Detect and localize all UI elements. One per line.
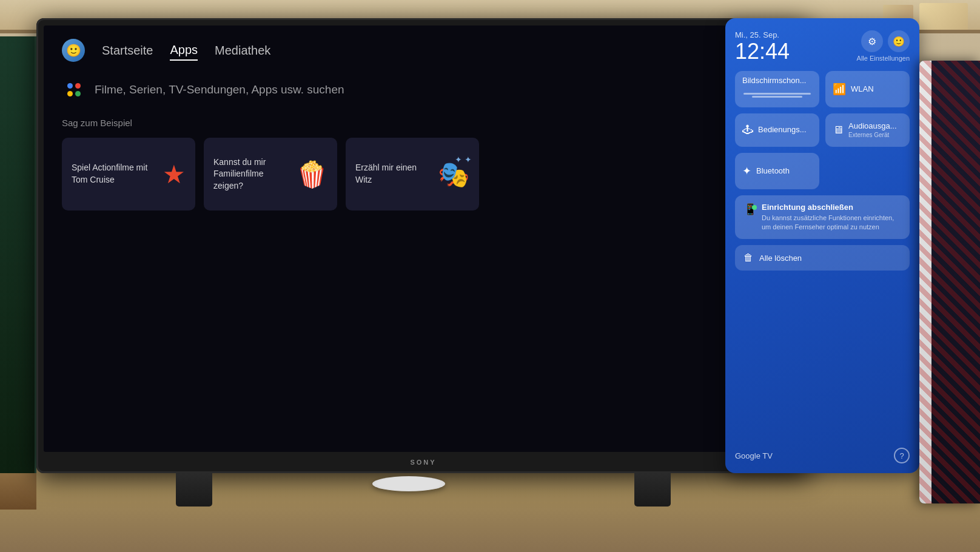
tv-screen-icon: 🖥 [833, 124, 844, 136]
ps5-red-pattern [919, 61, 980, 503]
star-deco: ✦ ✦ [455, 155, 472, 164]
masks-icon: 🎭 ✦ ✦ [438, 160, 469, 189]
tiles-row-3: ✦ Bluetooth [735, 153, 910, 189]
tile-bildschirmschoner-label: Bildschirmschon... [742, 76, 806, 86]
tile-wlan-label: WLAN [851, 84, 874, 94]
profile-avatar-icon[interactable]: 🙂 [888, 30, 910, 52]
dot-blue [67, 83, 73, 89]
star-icon: ★ [163, 160, 186, 189]
say-card-text-1: Spiel Actionfilme mit Tom Cruise [72, 162, 156, 186]
google-dots [67, 83, 81, 96]
googletv-panel: Mi., 25. Sep. 12:44 ⚙ 🙂 Alle Einstellung… [725, 18, 919, 473]
google-assistant-icon [62, 78, 86, 102]
tile-bluetooth-label: Bluetooth [756, 166, 790, 176]
search-placeholder: Filme, Serien, TV-Sendungen, Apps usw. s… [95, 83, 344, 96]
tiles-row-1: Bildschirmschon... 📶 WLAN [735, 71, 910, 107]
say-section: Sag zum Beispiel Spiel Actionfilme mit T… [44, 114, 803, 219]
wood-block [0, 473, 36, 510]
tiles-row-2: 🕹 Bedienungs... 🖥 Audioausga... Externes… [735, 113, 910, 147]
say-card-tom-cruise[interactable]: Spiel Actionfilme mit Tom Cruise ★ [62, 138, 195, 210]
panel-icons-row: ⚙ 🙂 [861, 30, 910, 52]
wave-2 [752, 96, 802, 98]
bluetooth-icon: ✦ [742, 164, 751, 178]
screen-content: 🙂 Startseite Apps Mediathek Filme, Serie… [44, 25, 803, 452]
cable-device [372, 476, 445, 491]
tile-bluetooth[interactable]: ✦ Bluetooth [735, 153, 819, 189]
panel-header: Mi., 25. Sep. 12:44 ⚙ 🙂 Alle Einstellung… [735, 30, 910, 64]
einrichtung-status-dot [752, 205, 757, 210]
popcorn-icon: 🍿 [296, 160, 327, 189]
shelf-item-1 [919, 3, 968, 30]
aquarium-left [0, 36, 36, 473]
einrichtung-text: Einrichtung abschließen Du kannst zusätz… [762, 203, 901, 232]
trash-icon: 🗑 [743, 252, 753, 263]
panel-footer: Google TV ? [735, 444, 910, 463]
nav-item-mediathek[interactable]: Mediathek [215, 41, 270, 60]
tile-audioausgabe-sublabel: Externes Gerät [848, 132, 897, 138]
dot-yellow [67, 91, 73, 96]
search-bar[interactable]: Filme, Serien, TV-Sendungen, Apps usw. s… [44, 68, 803, 114]
wave-1 [743, 93, 811, 95]
tv-leg-left [176, 473, 212, 507]
ps5-console [919, 61, 980, 503]
tile-alle-loeschen[interactable]: 🗑 Alle löschen [735, 245, 910, 271]
panel-date: Mi., 25. Sep. [735, 30, 790, 39]
remote-icon: 🕹 [742, 124, 753, 136]
tile-audioausgabe[interactable]: 🖥 Audioausga... Externes Gerät [825, 113, 910, 147]
tile-wlan[interactable]: 📶 WLAN [825, 71, 910, 107]
tile-audioausgabe-label: Audioausga... [848, 121, 897, 131]
say-title: Sag zum Beispiel [62, 118, 785, 128]
user-avatar[interactable]: 🙂 [62, 39, 85, 62]
panel-datetime: Mi., 25. Sep. 12:44 [735, 30, 790, 64]
panel-footer-label: Google TV [735, 451, 773, 460]
panel-time: 12:44 [735, 39, 790, 64]
dot-red [75, 83, 81, 89]
wifi-icon: 📶 [833, 82, 846, 96]
settings-icon[interactable]: ⚙ [861, 30, 883, 52]
tile-bildschirmschoner[interactable]: Bildschirmschon... [735, 71, 819, 107]
nav-bar: 🙂 Startseite Apps Mediathek [44, 25, 803, 68]
wave-decoration [735, 92, 819, 104]
tv-frame: 🙂 Startseite Apps Mediathek Filme, Serie… [36, 18, 810, 473]
tv-screen: 🙂 Startseite Apps Mediathek Filme, Serie… [44, 25, 803, 452]
nav-item-startseite[interactable]: Startseite [102, 41, 153, 60]
dot-green [75, 91, 81, 96]
say-card-familienfilme[interactable]: Kannst du mir Familienfilme zeigen? 🍿 [204, 138, 337, 210]
say-cards: Spiel Actionfilme mit Tom Cruise ★ Kanns… [62, 138, 785, 210]
tile-bedienung-label: Bedienungs... [758, 125, 807, 135]
tile-einrichtung[interactable]: 📱 Einrichtung abschließen Du kannst zusä… [735, 195, 910, 240]
alle-einstellungen-label: Alle Einstellungen [857, 55, 910, 62]
say-card-witz[interactable]: Erzähl mir einen Witz 🎭 ✦ ✦ [346, 138, 479, 210]
panel-header-icons: ⚙ 🙂 Alle Einstellungen [857, 30, 910, 62]
einrichtung-description: Du kannst zusätzliche Funktionen einrich… [762, 214, 901, 232]
say-card-text-2: Kannst du mir Familienfilme zeigen? [213, 157, 290, 192]
einrichtung-title: Einrichtung abschließen [762, 203, 901, 212]
help-button[interactable]: ? [894, 448, 910, 463]
say-card-text-3: Erzähl mir einen Witz [355, 162, 432, 186]
tv-leg-right [634, 473, 671, 507]
tile-bedienung[interactable]: 🕹 Bedienungs... [735, 113, 819, 147]
alle-loeschen-label: Alle löschen [759, 254, 802, 263]
nav-item-apps[interactable]: Apps [170, 41, 198, 61]
tv-brand-label: SONY [410, 459, 436, 466]
